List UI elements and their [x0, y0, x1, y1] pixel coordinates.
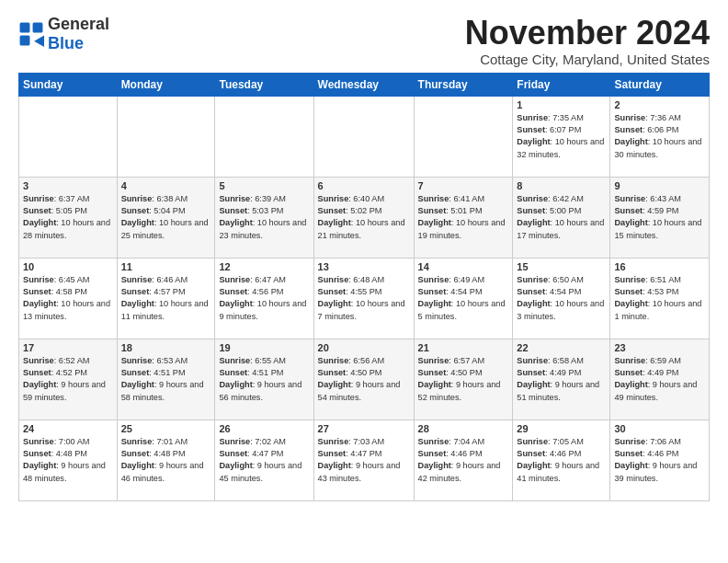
day-info: Sunrise: 6:40 AMSunset: 5:02 PMDaylight:… — [318, 193, 410, 242]
day-number: 24 — [23, 423, 113, 434]
day-cell: 14Sunrise: 6:49 AMSunset: 4:54 PMDayligh… — [414, 258, 513, 339]
day-info: Sunrise: 6:50 AMSunset: 4:54 PMDaylight:… — [517, 274, 606, 323]
day-info: Sunrise: 6:47 AMSunset: 4:56 PMDaylight:… — [219, 274, 309, 323]
week-row-1: 3Sunrise: 6:37 AMSunset: 5:05 PMDaylight… — [19, 177, 710, 258]
day-cell: 11Sunrise: 6:46 AMSunset: 4:57 PMDayligh… — [117, 258, 215, 339]
header-thursday: Thursday — [414, 73, 513, 96]
day-info: Sunrise: 7:01 AMSunset: 4:48 PMDaylight:… — [121, 436, 211, 485]
day-info: Sunrise: 6:57 AMSunset: 4:50 PMDaylight:… — [418, 355, 509, 404]
day-info: Sunrise: 6:42 AMSunset: 5:00 PMDaylight:… — [517, 193, 606, 242]
day-info: Sunrise: 6:53 AMSunset: 4:51 PMDaylight:… — [121, 355, 211, 404]
day-cell: 5Sunrise: 6:39 AMSunset: 5:03 PMDaylight… — [215, 177, 313, 258]
month-title: November 2024 — [465, 15, 710, 52]
day-cell: 12Sunrise: 6:47 AMSunset: 4:56 PMDayligh… — [215, 258, 313, 339]
day-cell: 23Sunrise: 6:59 AMSunset: 4:49 PMDayligh… — [610, 339, 710, 419]
day-info: Sunrise: 6:45 AMSunset: 4:58 PMDaylight:… — [23, 274, 113, 323]
day-cell: 7Sunrise: 6:41 AMSunset: 5:01 PMDaylight… — [414, 177, 513, 258]
day-cell: 22Sunrise: 6:58 AMSunset: 4:49 PMDayligh… — [513, 339, 610, 419]
day-cell: 4Sunrise: 6:38 AMSunset: 5:04 PMDaylight… — [117, 177, 215, 258]
day-info: Sunrise: 6:38 AMSunset: 5:04 PMDaylight:… — [121, 193, 211, 242]
logo: General Blue — [18, 15, 109, 53]
svg-rect-1 — [33, 23, 43, 33]
svg-rect-2 — [20, 36, 30, 46]
day-info: Sunrise: 6:48 AMSunset: 4:55 PMDaylight:… — [318, 274, 410, 323]
logo-general: General — [48, 15, 109, 33]
logo-blue: Blue — [48, 34, 84, 52]
day-number: 9 — [614, 180, 705, 191]
day-info: Sunrise: 6:39 AMSunset: 5:03 PMDaylight:… — [219, 193, 309, 242]
day-info: Sunrise: 7:05 AMSunset: 4:46 PMDaylight:… — [517, 436, 606, 485]
day-cell: 21Sunrise: 6:57 AMSunset: 4:50 PMDayligh… — [414, 339, 513, 419]
day-cell — [215, 96, 313, 177]
day-cell: 26Sunrise: 7:02 AMSunset: 4:47 PMDayligh… — [215, 419, 313, 500]
day-number: 27 — [318, 423, 410, 434]
day-number: 16 — [614, 261, 705, 272]
day-info: Sunrise: 7:04 AMSunset: 4:46 PMDaylight:… — [418, 436, 509, 485]
day-info: Sunrise: 7:03 AMSunset: 4:47 PMDaylight:… — [318, 436, 410, 485]
day-number: 3 — [23, 180, 113, 191]
day-cell: 19Sunrise: 6:55 AMSunset: 4:51 PMDayligh… — [215, 339, 313, 419]
day-cell: 28Sunrise: 7:04 AMSunset: 4:46 PMDayligh… — [414, 419, 513, 500]
day-info: Sunrise: 7:06 AMSunset: 4:46 PMDaylight:… — [614, 436, 705, 485]
week-row-2: 10Sunrise: 6:45 AMSunset: 4:58 PMDayligh… — [19, 258, 710, 339]
day-cell: 8Sunrise: 6:42 AMSunset: 5:00 PMDaylight… — [513, 177, 610, 258]
day-number: 22 — [517, 342, 606, 353]
day-info: Sunrise: 6:52 AMSunset: 4:52 PMDaylight:… — [23, 355, 113, 404]
day-cell: 1Sunrise: 7:35 AMSunset: 6:07 PMDaylight… — [513, 96, 610, 177]
header-friday: Friday — [513, 73, 610, 96]
day-cell: 15Sunrise: 6:50 AMSunset: 4:54 PMDayligh… — [513, 258, 610, 339]
day-info: Sunrise: 6:59 AMSunset: 4:49 PMDaylight:… — [614, 355, 705, 404]
day-cell: 10Sunrise: 6:45 AMSunset: 4:58 PMDayligh… — [19, 258, 118, 339]
page: General Blue November 2024 Cottage City,… — [0, 0, 728, 511]
day-cell: 29Sunrise: 7:05 AMSunset: 4:46 PMDayligh… — [513, 419, 610, 500]
day-number: 29 — [517, 423, 606, 434]
day-info: Sunrise: 6:37 AMSunset: 5:05 PMDaylight:… — [23, 193, 113, 242]
day-info: Sunrise: 6:51 AMSunset: 4:53 PMDaylight:… — [614, 274, 705, 323]
day-cell: 2Sunrise: 7:36 AMSunset: 6:06 PMDaylight… — [610, 96, 710, 177]
day-number: 15 — [517, 261, 606, 272]
day-number: 26 — [219, 423, 309, 434]
day-cell: 18Sunrise: 6:53 AMSunset: 4:51 PMDayligh… — [117, 339, 215, 419]
title-block: November 2024 Cottage City, Maryland, Un… — [465, 15, 710, 67]
day-number: 17 — [23, 342, 113, 353]
day-number: 12 — [219, 261, 309, 272]
day-info: Sunrise: 7:35 AMSunset: 6:07 PMDaylight:… — [517, 112, 606, 161]
day-info: Sunrise: 7:36 AMSunset: 6:06 PMDaylight:… — [614, 112, 705, 161]
day-cell: 17Sunrise: 6:52 AMSunset: 4:52 PMDayligh… — [19, 339, 118, 419]
day-info: Sunrise: 6:46 AMSunset: 4:57 PMDaylight:… — [121, 274, 211, 323]
day-number: 18 — [121, 342, 211, 353]
day-number: 4 — [121, 180, 211, 191]
day-number: 14 — [418, 261, 509, 272]
day-number: 10 — [23, 261, 113, 272]
day-cell: 30Sunrise: 7:06 AMSunset: 4:46 PMDayligh… — [610, 419, 710, 500]
day-cell: 13Sunrise: 6:48 AMSunset: 4:55 PMDayligh… — [313, 258, 414, 339]
svg-marker-3 — [34, 36, 44, 47]
day-info: Sunrise: 6:55 AMSunset: 4:51 PMDaylight:… — [219, 355, 309, 404]
header-row: Sunday Monday Tuesday Wednesday Thursday… — [19, 73, 710, 96]
day-cell: 9Sunrise: 6:43 AMSunset: 4:59 PMDaylight… — [610, 177, 710, 258]
day-number: 5 — [219, 180, 309, 191]
header-wednesday: Wednesday — [313, 73, 414, 96]
week-row-0: 1Sunrise: 7:35 AMSunset: 6:07 PMDaylight… — [19, 96, 710, 177]
day-cell — [117, 96, 215, 177]
day-cell: 27Sunrise: 7:03 AMSunset: 4:47 PMDayligh… — [313, 419, 414, 500]
day-number: 23 — [614, 342, 705, 353]
day-cell — [414, 96, 513, 177]
svg-rect-0 — [20, 23, 30, 33]
day-number: 20 — [318, 342, 410, 353]
day-number: 13 — [318, 261, 410, 272]
day-number: 21 — [418, 342, 509, 353]
logo-icon — [18, 21, 44, 47]
day-cell: 24Sunrise: 7:00 AMSunset: 4:48 PMDayligh… — [19, 419, 118, 500]
day-cell — [19, 96, 118, 177]
header-monday: Monday — [117, 73, 215, 96]
day-number: 28 — [418, 423, 509, 434]
subtitle: Cottage City, Maryland, United States — [465, 52, 710, 67]
day-number: 11 — [121, 261, 211, 272]
header: General Blue November 2024 Cottage City,… — [18, 15, 710, 67]
day-number: 30 — [614, 423, 705, 434]
day-info: Sunrise: 6:41 AMSunset: 5:01 PMDaylight:… — [418, 193, 509, 242]
day-cell: 6Sunrise: 6:40 AMSunset: 5:02 PMDaylight… — [313, 177, 414, 258]
day-number: 19 — [219, 342, 309, 353]
day-number: 1 — [517, 99, 606, 110]
